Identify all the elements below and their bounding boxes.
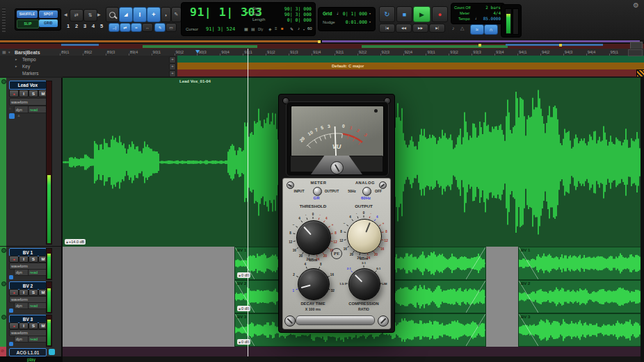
grid-label[interactable]: Grid: [323, 11, 332, 16]
edit-insertion-marker[interactable]: [195, 50, 200, 54]
layered-edit-status-icon[interactable]: ▤: [251, 26, 255, 31]
main-counter[interactable]: 91| 1| 303: [190, 6, 262, 19]
bv1-freeze-icon[interactable]: [1, 248, 6, 253]
bars-dropdown-icon[interactable]: ▾: [8, 50, 10, 54]
edit-mode-slip[interactable]: SLIP: [17, 19, 39, 28]
bv3-solo-button[interactable]: S: [29, 322, 38, 329]
status-list-icon[interactable]: ≡: [275, 26, 277, 31]
bv3-record-button[interactable]: ●: [9, 322, 19, 329]
pencil-tool-button[interactable]: ✎: [171, 7, 182, 22]
dock-button[interactable]: ▭: [166, 23, 177, 32]
metronome-icon[interactable]: △: [460, 26, 464, 31]
acg-name[interactable]: ACG L1.01: [9, 348, 47, 356]
bv2-clip-gain-badge[interactable]: ◆0 dB: [237, 306, 250, 311]
lead-vox-view-selector[interactable]: waveform▾: [9, 98, 49, 106]
acg-record-safe-icon[interactable]: ⊘: [1, 348, 4, 353]
tce-status-icon[interactable]: ▦: [244, 26, 248, 31]
lead-vox-playlist-icon[interactable]: [9, 113, 15, 119]
threshold-knob[interactable]: [296, 220, 331, 255]
bv2-solo-button[interactable]: S: [29, 289, 38, 296]
record-button[interactable]: ●: [432, 6, 448, 22]
tempo-value[interactable]: 85.0000: [476, 16, 501, 21]
loop-playback-button[interactable]: ↻: [379, 6, 395, 22]
note-velocity-value[interactable]: 60: [307, 26, 312, 31]
lead-vox-input-button[interactable]: I: [19, 90, 29, 97]
note-dropdown-icon[interactable]: ▾: [303, 28, 305, 31]
bv2-record-button[interactable]: ●: [9, 289, 19, 296]
nudge-dropdown-icon[interactable]: ▾: [369, 20, 371, 24]
compression-ratio-knob[interactable]: [348, 268, 380, 300]
lead-vox-auto-tri-icon[interactable]: ▲: [17, 113, 21, 117]
status-diamond-icon[interactable]: ◈: [268, 26, 272, 31]
end-value[interactable]: 90| 3| 000: [270, 12, 312, 17]
compressor-plugin-window[interactable]: 20107530123VU METER ANALOG INPUT OUTPUT …: [278, 94, 395, 333]
link-track-selection-button[interactable]: ↔: [142, 23, 153, 32]
timeline-overview[interactable]: [0, 40, 644, 49]
lead-vox-record-button[interactable]: ●: [9, 90, 19, 97]
go-to-end-button[interactable]: ▶|: [429, 24, 445, 33]
midi-merge-button[interactable]: ≈: [470, 24, 484, 35]
click-button[interactable]: ∩: [484, 24, 498, 35]
bv2-freeze-icon[interactable]: [1, 281, 6, 286]
bv1-clip-b[interactable]: BV 1: [518, 247, 644, 280]
stop-button[interactable]: ■: [396, 6, 412, 22]
edit-mode-grid[interactable]: GRID: [39, 19, 58, 27]
right-edge-column[interactable]: [641, 76, 644, 362]
count-off-value[interactable]: 2 bars: [476, 5, 501, 10]
scrubber-tool-button[interactable]: ◗: [161, 7, 171, 22]
lead-vox-auto-dot-icon[interactable]: ○: [9, 106, 11, 110]
delay-status-label[interactable]: Dly: [258, 27, 263, 31]
decay-time-knob[interactable]: [298, 268, 330, 300]
tab-to-transient-button[interactable]: →|: [108, 23, 120, 32]
lead-vox-solo-button[interactable]: S: [29, 90, 38, 97]
key-expand-icon[interactable]: ▸: [15, 64, 17, 68]
bv3-input-button[interactable]: I: [19, 322, 29, 329]
return-to-zero-button[interactable]: |◀: [379, 24, 395, 33]
bv2-input-button[interactable]: I: [19, 289, 29, 296]
grid-dropdown-icon[interactable]: ▾: [369, 12, 371, 15]
bv3-freeze-icon[interactable]: [1, 315, 6, 320]
zoom-preset-5[interactable]: 5: [100, 23, 103, 29]
ruler-corner-box[interactable]: [628, 49, 643, 56]
trim-tool-button[interactable]: ◢: [119, 7, 133, 22]
grid-value[interactable]: 0| 1| 000: [339, 11, 367, 17]
overview-scroll-box[interactable]: [630, 42, 643, 49]
key-signature-label[interactable]: Default: C major: [332, 64, 364, 68]
bv3-clip-b[interactable]: BV 3: [518, 313, 644, 347]
tempo-label[interactable]: Tempo: [458, 17, 470, 21]
rewind-button[interactable]: ◀◀: [396, 24, 412, 33]
zoom-preset-4[interactable]: 4: [92, 23, 95, 29]
bv3-clip-gain-badge[interactable]: ◆0 dB: [237, 339, 250, 345]
lead-vox-clip-gain-badge[interactable]: ◆+14.0 dB: [65, 239, 86, 245]
playhead-line[interactable]: [248, 49, 248, 356]
grabber-tool-button[interactable]: +: [147, 7, 161, 22]
start-value[interactable]: 90| 3| 000: [270, 6, 312, 12]
meter-value[interactable]: 4/4: [476, 10, 501, 15]
bv1-clip-gain-badge[interactable]: ◆0 dB: [237, 272, 250, 278]
note-duration-icon[interactable]: ♪: [298, 26, 300, 31]
bv1-solo-button[interactable]: S: [29, 256, 38, 263]
zoom-preset-3[interactable]: 3: [83, 23, 86, 29]
lead-vox-freeze-icon[interactable]: [1, 79, 6, 84]
fast-forward-button[interactable]: ▶▶: [412, 24, 428, 33]
play-button[interactable]: ▶: [413, 6, 430, 22]
bv2-playlist-icon[interactable]: [9, 308, 13, 313]
output-knob[interactable]: [347, 219, 382, 254]
meter-label[interactable]: Meter: [460, 11, 469, 15]
acg-lane[interactable]: [63, 347, 644, 357]
acg-option-icon[interactable]: [49, 349, 55, 355]
wait-for-note-icon[interactable]: ♪: [452, 26, 455, 31]
pencil-mode-icon[interactable]: ✎: [290, 26, 293, 31]
toolbar-gear-icon[interactable]: ⚙: [633, 1, 639, 9]
selector-tool-button[interactable]: I: [133, 7, 147, 22]
edit-mode-shuffle[interactable]: SHUFFLE: [17, 10, 38, 18]
zoom-preset-1[interactable]: 1: [67, 23, 70, 29]
bv3-playlist-icon[interactable]: [9, 342, 13, 346]
bars-menu-icon[interactable]: ▦: [2, 49, 6, 54]
mirrored-editing-button[interactable]: ⇄: [120, 23, 131, 32]
tempo-expand-icon[interactable]: ▸: [15, 57, 17, 61]
count-off-label[interactable]: Count Off: [454, 6, 470, 10]
zoom-left-arrow-icon[interactable]: ◀: [64, 12, 67, 17]
toolbar-grip[interactable]: [2, 8, 6, 32]
zoom-vertical-button[interactable]: ⇅: [83, 9, 97, 22]
